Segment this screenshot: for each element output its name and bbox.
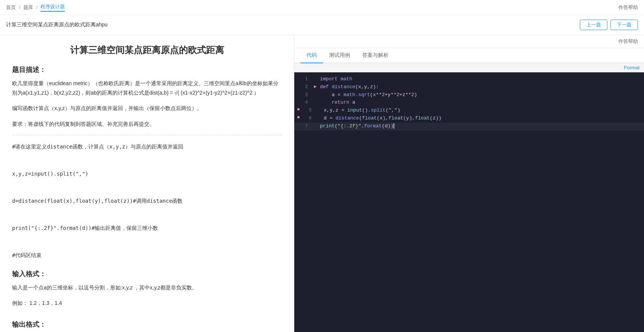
main-container: 计算三维空间某点距离原点的欧式距离 题目描述： 欧几里得度量（euclidean… (0, 35, 644, 332)
breadcrumb-sep-2: / (36, 5, 38, 10)
code-editor-panel: 作答帮助 代码 测试用例 答案与解析 Format 1 import math (294, 35, 644, 332)
code-template-comment-1: #请在这里定义distance函数，计算点（x,y,z）与原点的距离值并返回 (12, 141, 282, 152)
code-template-line-4 (12, 182, 282, 193)
line-arrow-2: ▶ (314, 83, 318, 90)
code-area[interactable]: 1 import math 2 ▶ def distance(x,y,z): 3… (294, 72, 644, 332)
nav-problems[interactable]: 题库 (23, 4, 33, 11)
right-header: 作答帮助 (294, 35, 644, 48)
code-template-line-8 (12, 236, 282, 247)
line-arrow-4 (314, 99, 318, 106)
code-editor[interactable]: 1 import math 2 ▶ def distance(x,y,z): 3… (294, 72, 644, 133)
tab-solution[interactable]: 答案与解析 (356, 48, 395, 63)
line-content-1: import math (320, 75, 352, 83)
line-content-7: print("{:.2f}".format(d)) (320, 122, 394, 130)
line-content-5: x,y,z = input().split(",") (324, 107, 400, 115)
line-arrow-3 (314, 91, 318, 98)
tab-testcase[interactable]: 测试用例 (323, 48, 356, 63)
code-line-1[interactable]: 1 import math (294, 75, 644, 83)
divider (12, 135, 282, 135)
nav-right-actions: 作答帮助 (618, 4, 638, 11)
input-format-title: 输入格式： (12, 269, 282, 278)
code-line-6[interactable]: 6 d = distance(float(x),float(y),float(z… (294, 115, 644, 122)
nav-current[interactable]: 程序设计题 (40, 3, 65, 12)
cursor-blink (393, 123, 394, 129)
line-arrow-7 (314, 122, 318, 130)
code-template-line-6 (12, 209, 282, 220)
code-line-5[interactable]: 5 x,y,z = input().split(",") (294, 107, 644, 115)
nav-home[interactable]: 首页 (6, 4, 16, 11)
problem-header: 计算三维空间某点距离原点的欧式距离ahpu 上一题 下一题 (0, 15, 644, 35)
line-arrow-1 (314, 75, 318, 83)
code-template-line-2 (12, 155, 282, 165)
problem-description-panel: 计算三维空间某点距离原点的欧式距离 题目描述： 欧几里得度量（euclidean… (0, 35, 294, 332)
example-label: 例如： (12, 300, 28, 306)
prev-button[interactable]: 上一题 (580, 20, 607, 30)
answer-help-btn[interactable]: 作答帮助 (618, 38, 638, 45)
line-num-2: 2 (297, 83, 308, 91)
breadcrumb-sep-1: / (19, 5, 20, 10)
dot-marker-5 (297, 108, 300, 110)
description-para-1: 欧几里得度量（euclidean metric）（也称欧氏距离）是一个通常采用的… (12, 79, 282, 98)
code-line-7[interactable]: 7 print("{:.2f}".format(d)) (294, 122, 644, 130)
top-navigation: 首页 / 题库 / 程序设计题 作答帮助 (0, 0, 644, 15)
description-para-2: 编写函数计算点（x,y,z）与原点的距离值并返回，并输出（保留小数点后两位）。 (12, 104, 282, 113)
line-arrow-6 (318, 115, 322, 122)
example-value: 1.2，1.3，1.4 (29, 300, 62, 306)
description-para-3: 要求：将虚线下的代码复制到答题区域、补充完善后再提交。 (12, 119, 282, 129)
tab-code[interactable]: 代码 (300, 48, 323, 63)
breadcrumb: 首页 / 题库 / 程序设计题 (6, 3, 65, 12)
line-num-5: 5 (301, 107, 312, 114)
line-num-4: 4 (297, 99, 308, 106)
line-content-6: d = distance(float(x),float(y),float(z)) (324, 115, 441, 122)
output-format-title: 输出格式： (12, 320, 282, 329)
dot-marker-6 (297, 116, 300, 118)
problem-main-title: 计算三维空间某点距离原点的欧式距离 (12, 44, 282, 56)
next-button[interactable]: 下一题 (610, 20, 638, 30)
input-example: 例如： 1.2，1.3，1.4 (12, 298, 282, 308)
line-content-2: def distance(x,y,z): (320, 83, 379, 91)
line-num-3: 3 (297, 91, 308, 99)
code-template-line-7: print("{:.2f}".format(d))#输出距离值，保留三维小数 (12, 223, 282, 233)
description-title: 题目描述： (12, 65, 282, 74)
editor-tabs: 代码 测试用例 答案与解析 (294, 48, 644, 63)
code-toolbar: Format (294, 63, 644, 72)
help-action[interactable]: 作答帮助 (618, 5, 638, 10)
line-num-7: 7 (297, 122, 308, 130)
problem-title: 计算三维空间某点距离原点的欧式距离ahpu (6, 21, 577, 28)
code-line-3[interactable]: 3 a = math.sqrt(x**2+y**2+z**2) (294, 91, 644, 99)
line-num-6: 6 (301, 115, 312, 122)
code-template-line-9: #代码区结束 (12, 250, 282, 260)
line-arrow-5 (318, 107, 322, 114)
line-content-4: return a (320, 99, 355, 107)
code-line-4[interactable]: 4 return a (294, 99, 644, 107)
format-button[interactable]: Format (624, 65, 639, 70)
line-content-3: a = math.sqrt(x**2+y**2+z**2) (320, 91, 417, 99)
code-template-line-3: x,y,z=input().split(",") (12, 168, 282, 179)
input-format-content: 输入是一个点a的三维坐标，以逗号分割，形如:x,y,z ，其中x,y,z都是非负… (12, 283, 282, 292)
code-template-line-5: d=distance(float(x),float(y),float(z))#调… (12, 196, 282, 206)
line-num-1: 1 (297, 75, 308, 83)
code-line-2[interactable]: 2 ▶ def distance(x,y,z): (294, 83, 644, 91)
